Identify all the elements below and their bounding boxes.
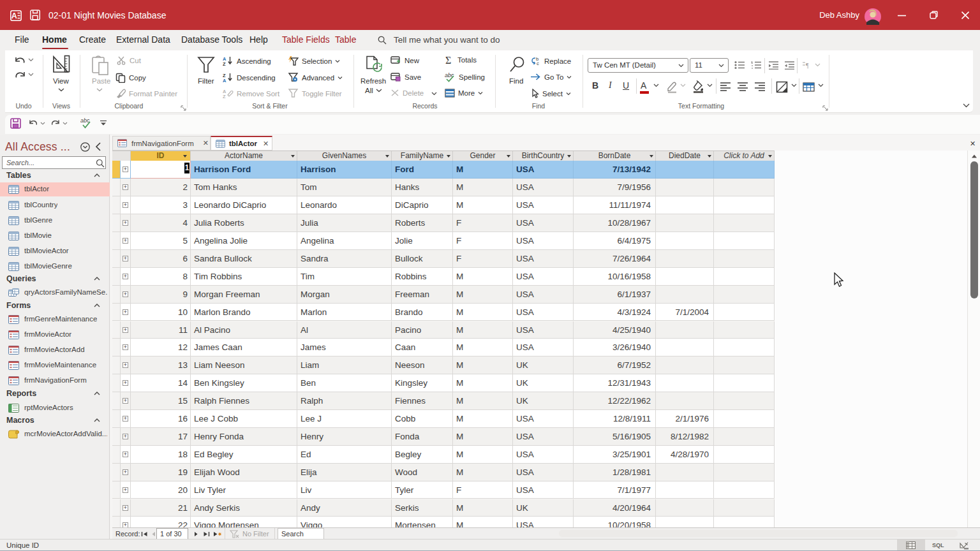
svg-text:¶: ¶	[806, 62, 809, 69]
svg-text:Z: Z	[223, 61, 226, 66]
svg-text:c: c	[537, 61, 539, 66]
svg-text:Z: Z	[223, 94, 226, 98]
svg-text:A: A	[223, 78, 226, 82]
svg-text:A: A	[11, 11, 17, 20]
svg-text:Σ: Σ	[445, 55, 451, 65]
